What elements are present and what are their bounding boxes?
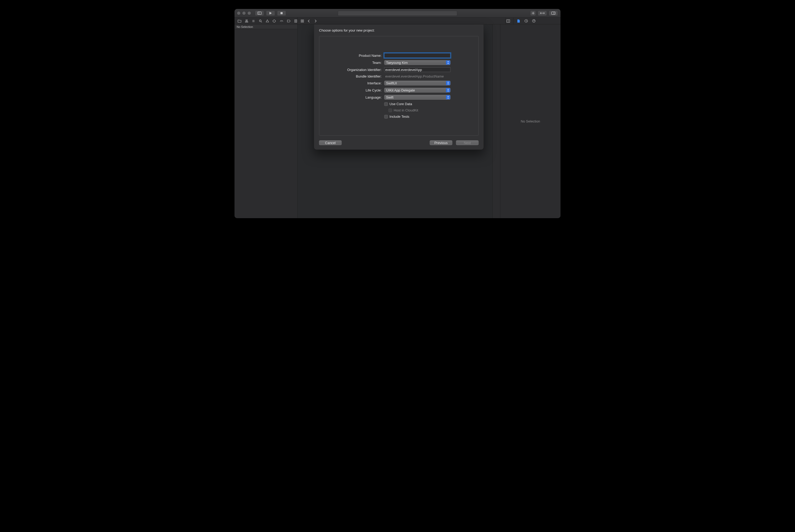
sidebar-left-icon [258, 12, 262, 15]
life-cycle-label: Life Cycle: [347, 88, 382, 92]
report-navigator-icon[interactable] [294, 19, 297, 23]
chevron-updown-icon [447, 81, 449, 84]
file-inspector-tab[interactable] [516, 19, 520, 23]
new-project-options-sheet: Choose options for your new project: Pro… [314, 24, 484, 150]
organization-identifier-label: Organization Identifier: [347, 68, 382, 72]
team-label: Team: [347, 61, 382, 65]
svg-rect-12 [301, 20, 302, 21]
toggle-inspector-button[interactable] [549, 11, 558, 16]
plus-icon [532, 12, 535, 15]
traffic-lights [237, 12, 251, 15]
product-name-field[interactable] [384, 53, 450, 58]
next-button: Next [456, 140, 479, 145]
project-navigator-icon[interactable] [238, 19, 241, 23]
run-button[interactable] [266, 11, 275, 16]
tab-bar [234, 18, 561, 24]
cancel-button[interactable]: Cancel [319, 140, 342, 145]
interface-value: SwiftUI [386, 81, 397, 85]
chevron-updown-icon [447, 96, 449, 99]
language-value: Swift [386, 95, 393, 99]
interface-popup[interactable]: SwiftUI [384, 81, 450, 86]
use-core-data-checkbox[interactable] [384, 102, 388, 106]
svg-point-8 [259, 20, 261, 22]
forward-button[interactable] [314, 19, 317, 23]
zoom-window-button[interactable] [248, 12, 251, 15]
history-inspector-tab[interactable] [524, 19, 528, 23]
stop-button[interactable] [277, 11, 286, 16]
svg-rect-5 [246, 20, 247, 20]
arrows-icon [540, 12, 545, 15]
include-tests-label: Include Tests [389, 115, 409, 118]
chevron-updown-icon [447, 61, 449, 64]
library-button[interactable] [530, 11, 536, 16]
navigator-selector [234, 18, 298, 24]
team-popup[interactable]: Taeyoung Kim [384, 60, 450, 65]
adjust-editor-icon[interactable] [506, 19, 510, 23]
window-body: No Selection Choose options for your new… [234, 24, 561, 218]
use-core-data-label: Use Core Data [389, 102, 412, 106]
interface-label: Interface: [347, 81, 382, 85]
find-navigator-icon[interactable] [259, 19, 262, 23]
sidebar-right-icon [551, 12, 555, 15]
host-in-cloudkit-label: Host in CloudKit [394, 108, 418, 112]
svg-rect-3 [552, 12, 555, 15]
issue-navigator-icon[interactable] [266, 19, 269, 23]
code-review-button[interactable] [538, 11, 547, 16]
sheet-body: Product Name: Team: Taeyoung Kim Organiz… [319, 36, 479, 136]
debug-navigator-icon[interactable] [280, 19, 283, 23]
svg-rect-15 [303, 21, 304, 22]
svg-rect-14 [301, 21, 302, 22]
language-popup[interactable]: Swift [384, 95, 450, 100]
svg-rect-7 [247, 22, 248, 22]
help-inspector-tab[interactable] [532, 19, 536, 23]
sheet-footer: Cancel Previous Next [319, 140, 479, 145]
svg-rect-0 [258, 12, 261, 15]
toggle-navigator-button[interactable] [255, 11, 264, 16]
svg-point-10 [281, 21, 282, 22]
activity-viewer[interactable] [338, 11, 457, 16]
language-label: Language: [347, 95, 382, 99]
xcode-window: No Selection Choose options for your new… [234, 9, 561, 218]
inspector-area: No Selection [500, 24, 561, 218]
minimap-gutter [492, 24, 500, 218]
symbol-navigator-icon[interactable] [252, 19, 255, 23]
life-cycle-popup[interactable]: UIKit App Delegate [384, 88, 450, 93]
team-value: Taeyoung Kim [386, 61, 408, 65]
navigator-area: No Selection [234, 24, 298, 218]
stop-icon [280, 12, 283, 15]
chevron-updown-icon [447, 89, 449, 92]
product-name-label: Product Name: [347, 54, 382, 58]
life-cycle-value: UIKit App Delegate [386, 88, 415, 92]
inspector-empty-text: No Selection [521, 119, 540, 123]
back-button[interactable] [307, 19, 311, 23]
sheet-title: Choose options for your new project: [319, 28, 479, 32]
source-control-navigator-icon[interactable] [245, 19, 248, 23]
include-tests-checkbox[interactable] [384, 115, 388, 118]
minimize-window-button[interactable] [242, 12, 246, 15]
bundle-identifier-value: everdevel.everdevelApp.ProductName [384, 74, 450, 78]
svg-rect-2 [281, 12, 283, 14]
titlebar [234, 9, 561, 18]
close-window-button[interactable] [237, 12, 240, 15]
host-in-cloudkit-checkbox [388, 109, 392, 112]
svg-rect-13 [303, 20, 304, 21]
navigator-info: No Selection [234, 24, 297, 29]
svg-line-9 [261, 22, 262, 22]
play-icon [269, 12, 272, 15]
related-items-icon[interactable] [300, 19, 304, 23]
test-navigator-icon[interactable] [272, 19, 276, 23]
bundle-identifier-label: Bundle Identifier: [347, 74, 382, 78]
organization-identifier-field[interactable] [384, 67, 450, 72]
editor-area: Choose options for your new project: Pro… [298, 24, 500, 218]
svg-rect-6 [245, 22, 246, 22]
options-form: Product Name: Team: Taeyoung Kim Organiz… [347, 53, 451, 118]
breakpoint-navigator-icon[interactable] [287, 19, 290, 23]
previous-button[interactable]: Previous [430, 140, 452, 145]
